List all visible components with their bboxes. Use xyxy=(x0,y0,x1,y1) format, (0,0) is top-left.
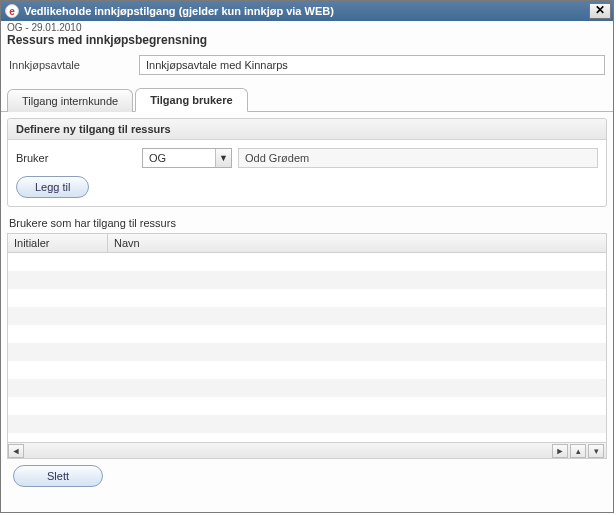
meta-info: OG - 29.01.2010 xyxy=(1,21,613,33)
tab-body: Definere ny tilgang til ressurs Bruker O… xyxy=(1,112,613,499)
user-label: Bruker xyxy=(16,152,136,164)
scroll-right-icon[interactable]: ► xyxy=(552,444,568,458)
table-header: Initialer Navn xyxy=(8,234,606,253)
footer: Slett xyxy=(7,459,607,493)
agreement-input[interactable] xyxy=(139,55,605,75)
window-frame: e Vedlikeholde innkjøpstilgang (gjelder … xyxy=(0,0,614,513)
user-row: Bruker OG ▼ Odd Grødem xyxy=(16,148,598,168)
access-table: Initialer Navn ◄ ► ▴ ▾ xyxy=(7,233,607,459)
app-icon: e xyxy=(5,4,19,18)
section-heading: Ressurs med innkjøpsbegrensning xyxy=(1,33,613,51)
delete-button[interactable]: Slett xyxy=(13,465,103,487)
tab-strip: Tilgang internkunde Tilgang brukere xyxy=(1,87,613,112)
list-heading: Brukere som har tilgang til ressurs xyxy=(7,207,607,233)
tab-access-users[interactable]: Tilgang brukere xyxy=(135,88,247,112)
horizontal-scrollbar[interactable]: ◄ ► ▴ ▾ xyxy=(8,442,606,458)
user-code-combobox[interactable]: OG ▼ xyxy=(142,148,232,168)
tab-access-internal[interactable]: Tilgang internkunde xyxy=(7,89,133,112)
user-code-value: OG xyxy=(149,152,166,164)
agreement-row: Innkjøpsavtale xyxy=(1,51,613,83)
table-body xyxy=(8,253,606,442)
define-access-group: Definere ny tilgang til ressurs Bruker O… xyxy=(7,118,607,207)
sort-asc-icon[interactable]: ▴ xyxy=(570,444,586,458)
col-initials[interactable]: Initialer xyxy=(8,234,108,252)
scroll-left-icon[interactable]: ◄ xyxy=(8,444,24,458)
close-button[interactable]: ✕ xyxy=(589,3,611,19)
window-title: Vedlikeholde innkjøpstilgang (gjelder ku… xyxy=(24,5,589,17)
title-bar: e Vedlikeholde innkjøpstilgang (gjelder … xyxy=(1,1,613,21)
agreement-label: Innkjøpsavtale xyxy=(9,59,139,71)
scroll-track[interactable] xyxy=(24,444,552,458)
add-button[interactable]: Legg til xyxy=(16,176,89,198)
col-name[interactable]: Navn xyxy=(108,234,606,252)
sort-desc-icon[interactable]: ▾ xyxy=(588,444,604,458)
define-access-title: Definere ny tilgang til ressurs xyxy=(8,119,606,140)
table-row-stripes xyxy=(8,253,606,442)
chevron-down-icon[interactable]: ▼ xyxy=(215,149,231,167)
user-name-display: Odd Grødem xyxy=(238,148,598,168)
